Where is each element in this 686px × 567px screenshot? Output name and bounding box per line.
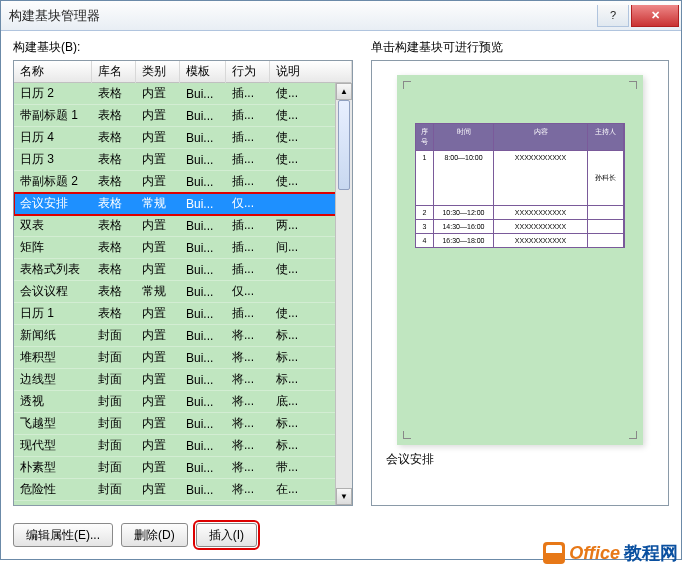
insert-button[interactable]: 插入(I) bbox=[196, 523, 257, 547]
cell-cat: 内置 bbox=[136, 239, 180, 256]
table-row[interactable]: 透视封面内置Bui...将...底... bbox=[14, 391, 352, 413]
cell-name: 朴素型 bbox=[14, 459, 92, 476]
cell-act: 将... bbox=[226, 327, 270, 344]
table-row[interactable]: 矩阵表格内置Bui...插...间... bbox=[14, 237, 352, 259]
cell-cat: 内置 bbox=[136, 393, 180, 410]
cell-act: 仅... bbox=[226, 283, 270, 300]
cell-cat: 内置 bbox=[136, 305, 180, 322]
table-row[interactable]: 朴素型封面内置Bui...将...带... bbox=[14, 457, 352, 479]
cell-lib: 表格 bbox=[92, 107, 136, 124]
table-row[interactable]: 双表表格内置Bui...插...两... bbox=[14, 215, 352, 237]
cell-name: 运动型 bbox=[14, 503, 92, 505]
cell-tpl: Bui... bbox=[180, 505, 226, 506]
cell-act: 插... bbox=[226, 151, 270, 168]
table-row[interactable]: 日历 3表格内置Bui...插...使... bbox=[14, 149, 352, 171]
col-description[interactable]: 说明 bbox=[270, 60, 352, 83]
table-row[interactable]: 日历 4表格内置Bui...插...使... bbox=[14, 127, 352, 149]
cell-name: 边线型 bbox=[14, 371, 92, 388]
help-button[interactable]: ? bbox=[597, 5, 629, 27]
scroll-up-button[interactable]: ▲ bbox=[336, 83, 352, 100]
cell-name: 日历 3 bbox=[14, 151, 92, 168]
preview-row: 18:00—10:00XXXXXXXXXXX孙科长 bbox=[416, 150, 624, 205]
pv-col-content: 内容 bbox=[494, 124, 588, 150]
col-gallery[interactable]: 库名 bbox=[92, 60, 136, 83]
page-preview: 序号 时间 内容 主持人 18:00—10:00XXXXXXXXXXX孙科长21… bbox=[397, 75, 643, 445]
table-row[interactable]: 新闻纸封面内置Bui...将...标... bbox=[14, 325, 352, 347]
cell-lib: 封面 bbox=[92, 481, 136, 498]
cell-act: 将... bbox=[226, 481, 270, 498]
scroll-thumb[interactable] bbox=[338, 100, 350, 190]
cell-cat: 内置 bbox=[136, 85, 180, 102]
close-button[interactable]: ✕ bbox=[631, 5, 679, 27]
cell-name: 表格式列表 bbox=[14, 261, 92, 278]
preview-pane: 序号 时间 内容 主持人 18:00—10:00XXXXXXXXXXX孙科长21… bbox=[371, 60, 669, 506]
cell-lib: 封面 bbox=[92, 393, 136, 410]
cell-tpl: Bui... bbox=[180, 483, 226, 497]
cell-name: 现代型 bbox=[14, 437, 92, 454]
scrollbar[interactable]: ▲ ▼ bbox=[335, 83, 352, 505]
table-row[interactable]: 会议议程表格常规Bui...仅... bbox=[14, 281, 352, 303]
cell-act: 插... bbox=[226, 85, 270, 102]
col-behavior[interactable]: 行为 bbox=[226, 60, 270, 83]
table-row[interactable]: 飞越型封面内置Bui...将...标... bbox=[14, 413, 352, 435]
table-row[interactable]: 日历 1表格内置Bui...插...使... bbox=[14, 303, 352, 325]
table-row[interactable]: 日历 2表格内置Bui...插...使... bbox=[14, 83, 352, 105]
cell-lib: 表格 bbox=[92, 283, 136, 300]
cell-name: 日历 2 bbox=[14, 85, 92, 102]
cell-lib: 表格 bbox=[92, 85, 136, 102]
scroll-down-button[interactable]: ▼ bbox=[336, 488, 352, 505]
table-row[interactable]: 会议安排表格常规Bui...仅... bbox=[14, 193, 352, 215]
pv-col-index: 序号 bbox=[416, 124, 434, 150]
cell-name: 飞越型 bbox=[14, 415, 92, 432]
pv-col-host: 主持人 bbox=[588, 124, 624, 150]
delete-button[interactable]: 删除(D) bbox=[121, 523, 188, 547]
cell-lib: 表格 bbox=[92, 173, 136, 190]
table-row[interactable]: 带副标题 2表格内置Bui...插...使... bbox=[14, 171, 352, 193]
cell-name: 日历 1 bbox=[14, 305, 92, 322]
cell-act: 插... bbox=[226, 173, 270, 190]
table-row[interactable]: 运动型封面内置Bui...将...标... bbox=[14, 501, 352, 505]
watermark-brand1: Office bbox=[569, 543, 620, 564]
cell-tpl: Bui... bbox=[180, 439, 226, 453]
preview-label: 单击构建基块可进行预览 bbox=[371, 39, 669, 56]
table-row[interactable]: 现代型封面内置Bui...将...标... bbox=[14, 435, 352, 457]
preview-table: 序号 时间 内容 主持人 18:00—10:00XXXXXXXXXXX孙科长21… bbox=[415, 123, 625, 248]
cell-tpl: Bui... bbox=[180, 417, 226, 431]
table-row[interactable]: 边线型封面内置Bui...将...标... bbox=[14, 369, 352, 391]
cell-tpl: Bui... bbox=[180, 285, 226, 299]
crop-mark-tl bbox=[403, 81, 411, 89]
cell-lib: 表格 bbox=[92, 261, 136, 278]
preview-row: 416:30—18:00XXXXXXXXXXX bbox=[416, 233, 624, 247]
cell-lib: 表格 bbox=[92, 239, 136, 256]
cell-name: 危险性 bbox=[14, 481, 92, 498]
office-logo-icon bbox=[543, 542, 565, 564]
edit-properties-button[interactable]: 编辑属性(E)... bbox=[13, 523, 113, 547]
cell-cat: 内置 bbox=[136, 129, 180, 146]
table-row[interactable]: 带副标题 1表格内置Bui...插...使... bbox=[14, 105, 352, 127]
title-bar[interactable]: 构建基块管理器 ? ✕ bbox=[1, 1, 681, 31]
cell-tpl: Bui... bbox=[180, 175, 226, 189]
table-row[interactable]: 堆积型封面内置Bui...将...标... bbox=[14, 347, 352, 369]
cell-act: 将... bbox=[226, 415, 270, 432]
cell-lib: 表格 bbox=[92, 151, 136, 168]
table-body[interactable]: 日历 2表格内置Bui...插...使...带副标题 1表格内置Bui...插.… bbox=[14, 83, 352, 505]
pv-col-time: 时间 bbox=[434, 124, 494, 150]
cell-act: 将... bbox=[226, 459, 270, 476]
cell-tpl: Bui... bbox=[180, 241, 226, 255]
cell-tpl: Bui... bbox=[180, 197, 226, 211]
col-name[interactable]: 名称 bbox=[14, 60, 92, 83]
cell-tpl: Bui... bbox=[180, 307, 226, 321]
col-template[interactable]: 模板 bbox=[180, 60, 226, 83]
table-row[interactable]: 危险性封面内置Bui...将...在... bbox=[14, 479, 352, 501]
cell-act: 插... bbox=[226, 261, 270, 278]
cell-cat: 内置 bbox=[136, 217, 180, 234]
table-row[interactable]: 表格式列表表格内置Bui...插...使... bbox=[14, 259, 352, 281]
cell-cat: 内置 bbox=[136, 459, 180, 476]
cell-act: 插... bbox=[226, 217, 270, 234]
cell-tpl: Bui... bbox=[180, 87, 226, 101]
cell-name: 带副标题 1 bbox=[14, 107, 92, 124]
cell-tpl: Bui... bbox=[180, 395, 226, 409]
preview-row: 314:30—16:00XXXXXXXXXXX bbox=[416, 219, 624, 233]
cell-cat: 内置 bbox=[136, 107, 180, 124]
col-category[interactable]: 类别 bbox=[136, 60, 180, 83]
